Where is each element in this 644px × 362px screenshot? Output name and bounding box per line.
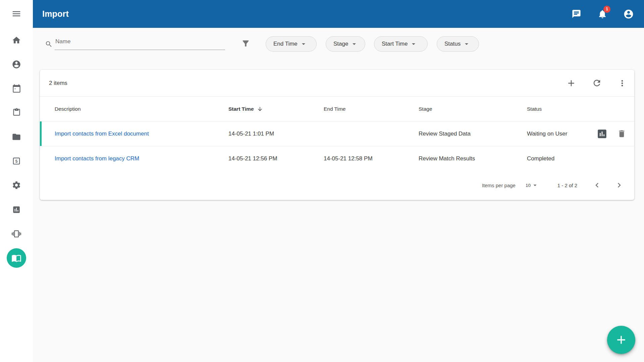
menu-button[interactable] <box>8 6 24 22</box>
kebab-icon <box>618 79 627 88</box>
funnel-icon <box>241 39 250 48</box>
table-header-row: Description Start Time End Time Stage St… <box>40 97 634 121</box>
sidebar-item-devices[interactable] <box>8 226 24 242</box>
column-header-status[interactable]: Status <box>527 106 590 112</box>
sidebar-item-import[interactable] <box>7 248 26 268</box>
row-start-time: 14-05-21 1:01 PM <box>228 131 324 137</box>
row-accent-bar <box>40 121 42 146</box>
refresh-icon <box>592 78 602 88</box>
row-status: Completed <box>527 155 590 162</box>
column-header-stage[interactable]: Stage <box>419 106 527 112</box>
notification-badge: 1 <box>603 6 610 13</box>
clipboard-icon <box>12 108 21 117</box>
row-description-link[interactable]: Import contacts from legacy CRM <box>55 155 139 162</box>
plus-icon <box>614 333 628 347</box>
paginator: Items per page 10 1 - 2 of 2 <box>40 171 634 199</box>
notifications-button[interactable]: 1 <box>597 9 608 19</box>
filter-chip-start-time[interactable]: Start Time <box>374 36 428 52</box>
chip-label: Stage <box>333 41 348 47</box>
next-page-button[interactable] <box>614 180 624 190</box>
five-square-icon: 5 <box>12 157 21 165</box>
gear-icon <box>12 180 21 190</box>
plus-icon <box>566 78 576 88</box>
row-report-button[interactable] <box>596 128 608 140</box>
more-options-button[interactable] <box>617 78 627 88</box>
filter-chip-status[interactable]: Status <box>437 36 479 52</box>
items-per-page-label: Items per page <box>482 183 516 188</box>
sidebar-item-analytics[interactable] <box>8 202 24 218</box>
bar-chart-square-icon <box>12 205 21 214</box>
chevron-down-icon <box>463 40 471 48</box>
search-input[interactable] <box>55 35 225 50</box>
appbar-actions: 1 <box>571 9 634 19</box>
search-icon <box>45 40 53 48</box>
items-count: 2 items <box>49 80 67 87</box>
sort-arrow-down-icon <box>257 106 263 112</box>
refresh-button[interactable] <box>592 78 602 88</box>
add-button[interactable] <box>566 78 576 88</box>
trash-icon <box>617 129 626 138</box>
person-circle-icon <box>12 60 21 69</box>
chip-label: End Time <box>273 41 298 47</box>
sidebar-item-folders[interactable] <box>8 129 24 145</box>
column-header-end-time[interactable]: End Time <box>324 106 419 112</box>
row-start-time: 14-05-21 12:56 PM <box>228 155 324 162</box>
svg-text:5: 5 <box>15 159 18 164</box>
row-delete-button[interactable] <box>617 129 626 138</box>
row-status: Waiting on User <box>527 131 590 137</box>
row-description-link[interactable]: Import contacts from Excel document <box>55 131 149 137</box>
chevron-down-icon <box>350 40 358 48</box>
filter-chip-stage[interactable]: Stage <box>326 36 365 52</box>
chevron-left-icon <box>592 180 602 190</box>
column-header-description[interactable]: Description <box>55 106 228 112</box>
chevron-down-icon <box>531 182 539 189</box>
page-size-value: 10 <box>526 183 531 188</box>
import-table-card: 2 items Description Start Time <box>40 70 634 200</box>
paginator-nav <box>592 180 624 190</box>
chat-icon <box>572 9 581 19</box>
account-button[interactable] <box>623 9 634 19</box>
card-header-actions <box>566 78 627 88</box>
chevron-right-icon <box>614 180 624 190</box>
sidebar-item-tasks[interactable] <box>8 104 24 120</box>
appbar: Import 1 <box>33 0 644 28</box>
folder-icon <box>12 132 21 142</box>
home-icon <box>12 36 21 45</box>
previous-page-button[interactable] <box>592 180 602 190</box>
page-size-select[interactable]: 10 <box>526 182 539 189</box>
filter-chip-end-time[interactable]: End Time <box>266 36 317 52</box>
open-book-icon <box>11 253 21 263</box>
hamburger-icon <box>11 9 21 19</box>
chevron-down-icon <box>300 40 308 48</box>
chat-button[interactable] <box>571 9 582 19</box>
sidebar: 5 <box>0 0 33 362</box>
table-row: Import contacts from legacy CRM 14-05-21… <box>40 146 634 171</box>
card-header: 2 items <box>40 70 634 97</box>
page-range-label: 1 - 2 of 2 <box>557 183 577 188</box>
sidebar-item-settings[interactable] <box>8 177 24 193</box>
page-title: Import <box>42 9 69 19</box>
sidebar-item-account[interactable] <box>8 56 24 72</box>
row-actions <box>590 128 634 140</box>
vibration-icon <box>12 229 21 239</box>
bar-chart-square-icon <box>596 128 608 140</box>
row-stage: Review Match Results <box>419 155 527 162</box>
chip-label: Start Time <box>382 41 408 47</box>
table-row: Import contacts from Excel document 14-0… <box>40 121 634 146</box>
row-stage: Review Staged Data <box>419 131 527 137</box>
sidebar-item-sales[interactable]: 5 <box>8 153 24 169</box>
column-header-start-time[interactable]: Start Time <box>228 106 324 112</box>
column-header-label: Start Time <box>228 106 254 112</box>
calendar-icon <box>12 84 21 93</box>
chevron-down-icon <box>410 40 418 48</box>
fab-add-button[interactable] <box>607 326 635 354</box>
filter-button[interactable] <box>241 39 250 48</box>
chip-label: Status <box>444 41 461 47</box>
sidebar-item-calendar[interactable] <box>8 80 24 96</box>
row-end-time: 14-05-21 12:58 PM <box>324 155 419 162</box>
avatar-icon <box>623 9 634 19</box>
sidebar-item-home[interactable] <box>8 32 24 48</box>
